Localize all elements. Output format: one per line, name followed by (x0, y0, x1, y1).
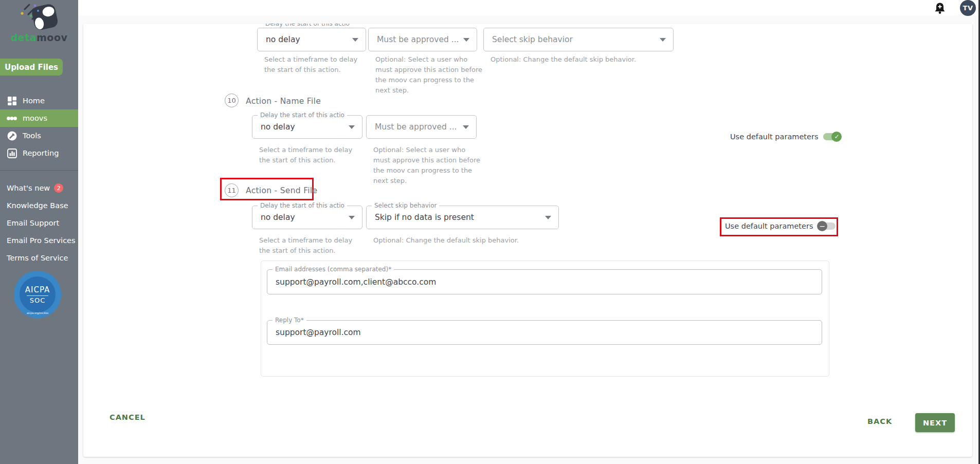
upload-files-button[interactable]: Upload Files (0, 59, 63, 76)
link-label: Terms of Service (7, 254, 68, 262)
selected-value: no delay (261, 122, 295, 132)
sidebar-item-reporting[interactable]: Reporting (0, 144, 78, 162)
sidebar-link-email-support[interactable]: Email Support (0, 214, 78, 232)
soc-badge-line2: SOC (27, 295, 49, 304)
send-file-parameters-box: Email addresses (comma separated)* suppo… (261, 261, 829, 377)
wrench-icon (7, 131, 17, 141)
moov-wizard-card: Delay the start of this actio no delay M… (83, 24, 972, 457)
sidebar-item-label: moovs (23, 114, 47, 122)
field-label: Email addresses (comma separated)* (273, 266, 394, 273)
sidebar-link-email-pro-services[interactable]: Email Pro Services (0, 232, 78, 249)
chevron-down-icon (463, 125, 469, 129)
step-11-number: 11 (225, 183, 239, 197)
chevron-down-icon (545, 216, 551, 219)
field-value: support@payroll.com (276, 328, 361, 337)
next-button[interactable]: NEXT (915, 413, 955, 432)
brand-logo: detamoov (0, 1, 78, 43)
selected-value: Select skip behavior (492, 35, 573, 44)
step10-default-params-toggle[interactable]: ✓ (822, 132, 842, 142)
selected-value: no delay (261, 213, 295, 222)
field-value: support@payroll.com,client@abcco.com (276, 277, 436, 287)
selected-value: Must be approved ... (377, 35, 459, 44)
brand-green-text: deta (11, 32, 37, 43)
field-label: Delay the start of this actio (258, 202, 347, 209)
dots-icon (7, 113, 17, 123)
sidebar-link-terms-of-service[interactable]: Terms of Service (0, 249, 78, 267)
soc-badge-url: aicpa.org/soc4so (14, 311, 61, 314)
sidebar-link-whats-new[interactable]: What's new 2 (0, 179, 78, 197)
email-addresses-field[interactable]: Email addresses (comma separated)* suppo… (267, 269, 822, 294)
sidebar-divider (0, 170, 78, 171)
step-11-title: Action - Send File (246, 186, 317, 195)
brand-wordmark: detamoov (0, 32, 78, 43)
delay-select-top[interactable]: Delay the start of this actio no delay (257, 28, 366, 51)
brand-dark-text: moov (37, 32, 67, 43)
chevron-down-icon (463, 38, 469, 42)
sidebar-item-label: Reporting (23, 149, 59, 157)
back-button[interactable]: BACK (867, 417, 892, 425)
link-label: Email Pro Services (7, 236, 76, 245)
helper-text: Select a timeframe to delay the start of… (259, 235, 365, 256)
cancel-button[interactable]: CANCEL (110, 413, 146, 421)
helper-text: Optional: Select a user who must approve… (373, 145, 484, 186)
sidebar-item-label: Tools (23, 132, 41, 140)
step-10-number: 10 (225, 94, 239, 107)
toggle-label: Use default parameters (725, 222, 813, 230)
chevron-down-icon (352, 38, 358, 42)
grid-icon (7, 96, 17, 106)
sidebar-item-home[interactable]: Home (0, 92, 78, 109)
chevron-down-icon (660, 38, 666, 42)
chevron-down-icon (349, 216, 355, 219)
chevron-down-icon (349, 125, 355, 129)
datamoov-logo-icon (15, 1, 63, 31)
approver-select-top[interactable]: Must be approved ... (368, 28, 477, 51)
soc-badge-line1: AICPA (25, 285, 50, 294)
step-10-title: Action - Name File (246, 97, 321, 106)
selected-value: Must be approved ... (375, 122, 457, 132)
step10-default-params-row: Use default parameters ✓ (730, 132, 842, 142)
toggle-label: Use default parameters (730, 133, 818, 141)
field-label: Delay the start of this actio (258, 112, 347, 119)
aicpa-soc-badge-inner: AICPA SOC (20, 276, 56, 312)
top-bar: TV (78, 0, 980, 15)
sidebar-nav: Home moovs Tools (0, 92, 78, 162)
step11-default-params-row: Use default parameters − (725, 221, 837, 231)
helper-text: Optional: Select a user who must approve… (375, 54, 486, 96)
notification-bell-icon[interactable] (934, 2, 946, 14)
link-label: Knowledge Base (7, 201, 68, 210)
selected-value: Skip if no data is present (375, 213, 474, 222)
helper-text: Optional: Change the default skip behavi… (373, 235, 594, 246)
step10-approver-select[interactable]: Must be approved ... (366, 115, 477, 139)
step10-delay-select[interactable]: Delay the start of this actio no delay (252, 115, 362, 139)
sidebar-link-knowledge-base[interactable]: Knowledge Base (0, 197, 78, 214)
helper-text: Optional: Change the default skip behavi… (491, 54, 712, 65)
helper-text: Select a timeframe to delay the start of… (259, 145, 365, 165)
sidebar-item-label: Home (23, 97, 45, 105)
field-label: Delay the start of this actio (263, 24, 352, 27)
sidebar-item-moovs[interactable]: moovs (0, 109, 78, 127)
whats-new-badge: 2 (54, 183, 63, 193)
aicpa-soc-badge: AICPA SOC aicpa.org/soc4so (14, 271, 61, 318)
field-label: Reply To* (273, 317, 306, 324)
minus-icon: − (817, 221, 827, 231)
field-label: Select skip behavior (372, 202, 439, 209)
user-avatar[interactable]: TV (960, 0, 976, 16)
step11-skip-behavior-select[interactable]: Select skip behavior Skip if no data is … (366, 206, 559, 229)
sidebar-links: What's new 2 Knowledge Base Email Suppor… (0, 179, 78, 267)
helper-text: Select a timeframe to delay the start of… (264, 54, 370, 75)
link-label: What's new (7, 184, 50, 192)
sidebar: detamoov Upload Files Home (0, 0, 78, 464)
step11-delay-select[interactable]: Delay the start of this actio no delay (252, 206, 362, 229)
sidebar-item-tools[interactable]: Tools (0, 127, 78, 144)
reply-to-field[interactable]: Reply To* support@payroll.com (267, 320, 822, 345)
check-icon: ✓ (831, 132, 842, 142)
skip-behavior-select-top[interactable]: Select skip behavior (483, 28, 674, 51)
link-label: Email Support (7, 219, 59, 227)
bar-chart-icon (7, 148, 17, 158)
step11-default-params-toggle[interactable]: − (817, 221, 837, 231)
selected-value: no delay (266, 35, 300, 44)
